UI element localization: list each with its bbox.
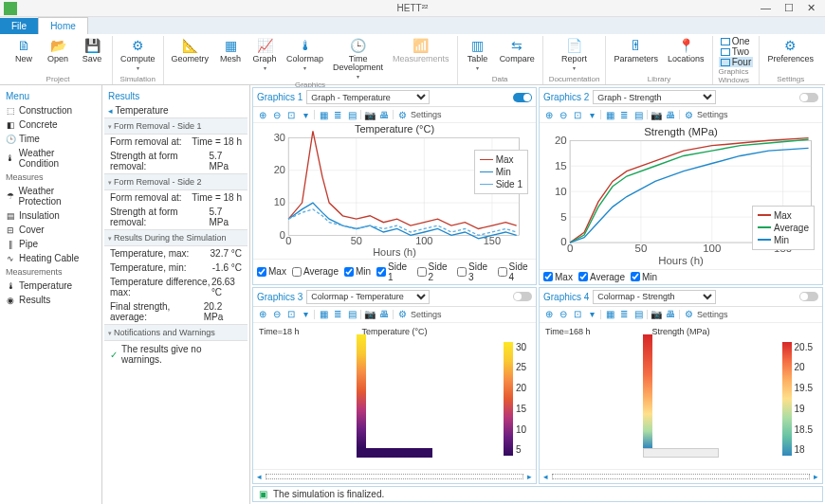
results-back-link[interactable]: ◂ Temperature <box>104 103 248 117</box>
graphics-3-plot[interactable]: Time=18 h Temperature (°C) 30252015105 <box>253 323 536 470</box>
tab-file[interactable]: File <box>0 18 38 34</box>
print-icon[interactable]: 🖶 <box>378 109 390 120</box>
zoom-dropdown-icon[interactable]: ▾ <box>586 109 597 120</box>
slider-next-icon[interactable]: ▸ <box>814 472 818 481</box>
section-notes[interactable]: Notifications and Warnings <box>104 324 248 341</box>
measurements-button[interactable]: 📶Measurements <box>391 36 451 64</box>
graphics-3-dropdown[interactable]: Colormap - Temperature <box>306 290 430 304</box>
graphics-1-toggle[interactable] <box>513 93 532 102</box>
window-close-button[interactable]: ✕ <box>807 2 816 14</box>
print-icon[interactable]: 🖶 <box>665 109 676 120</box>
camera-icon[interactable]: 📷 <box>364 109 376 120</box>
layers-icon[interactable]: ▤ <box>346 109 358 120</box>
zoom-dropdown-icon[interactable]: ▾ <box>300 309 311 320</box>
section-form-removal-1[interactable]: Form Removal - Side 1 <box>104 117 248 135</box>
slider-next-icon[interactable]: ▸ <box>527 472 532 481</box>
print-icon[interactable]: 🖶 <box>665 309 676 320</box>
settings-icon[interactable]: ⚙ <box>683 309 694 320</box>
menu-temperature[interactable]: 🌡Temperature <box>2 279 100 293</box>
menu-weather[interactable]: 🌡Weather Condition <box>2 146 100 171</box>
graphics-2-plot[interactable]: 05101520050100150Strength (MPa)Hours (h)… <box>540 123 822 269</box>
report-button[interactable]: 📄Report▾ <box>559 36 589 72</box>
list-icon[interactable]: ≣ <box>332 109 343 120</box>
check-side1[interactable]: Side 1 <box>376 261 411 282</box>
graphics-1-plot[interactable]: 0102030050100150Temperature (°C)Hours (h… <box>253 123 536 259</box>
graphics-4-toggle[interactable] <box>799 292 818 301</box>
graphics-2-dropdown[interactable]: Graph - Strength <box>593 90 716 104</box>
graphics-2-toggle[interactable] <box>799 93 818 102</box>
grid-icon[interactable]: ▦ <box>318 109 329 120</box>
new-button[interactable]: 🗎New <box>9 36 38 64</box>
settings-label[interactable]: Settings <box>411 110 442 119</box>
settings-icon[interactable]: ⚙ <box>396 109 408 120</box>
zoom-dropdown-icon[interactable]: ▾ <box>300 109 311 120</box>
settings-icon[interactable]: ⚙ <box>683 109 694 120</box>
gw-four-button[interactable]: Four <box>719 57 754 67</box>
mesh-button[interactable]: ▦Mesh <box>216 36 245 64</box>
zoom-reset-icon[interactable]: ⊡ <box>285 309 297 320</box>
graph-button[interactable]: 📈Graph▾ <box>250 36 279 72</box>
check-side3[interactable]: Side 3 <box>457 261 491 282</box>
zoom-out-icon[interactable]: ⊖ <box>558 109 569 120</box>
menu-insulation[interactable]: ▤Insulation <box>2 208 100 223</box>
compute-button[interactable]: ⚙Compute▾ <box>119 36 157 72</box>
graphics-3-toggle[interactable] <box>513 292 532 301</box>
check-min[interactable]: Min <box>344 266 371 277</box>
zoom-reset-icon[interactable]: ⊡ <box>285 109 297 120</box>
menu-time[interactable]: 🕒Time <box>2 132 100 146</box>
gw-one-button[interactable]: One <box>719 36 754 46</box>
check-min[interactable]: Min <box>631 272 657 282</box>
zoom-out-icon[interactable]: ⊖ <box>271 309 283 320</box>
compare-button[interactable]: ⇆Compare <box>498 36 537 64</box>
geometry-button[interactable]: 📐Geometry <box>170 36 211 64</box>
menu-results[interactable]: ◉Results <box>2 293 100 307</box>
check-average[interactable]: Average <box>578 272 625 282</box>
layers-icon[interactable]: ▤ <box>632 109 644 120</box>
layers-icon[interactable]: ▤ <box>632 309 644 320</box>
camera-icon[interactable]: 📷 <box>651 309 662 320</box>
layers-icon[interactable]: ▤ <box>346 309 358 320</box>
check-max[interactable]: Max <box>257 266 286 277</box>
zoom-in-icon[interactable]: ⊕ <box>257 109 268 120</box>
zoom-dropdown-icon[interactable]: ▾ <box>586 309 597 320</box>
locations-button[interactable]: 📍Locations <box>666 36 706 64</box>
zoom-in-icon[interactable]: ⊕ <box>543 309 555 320</box>
menu-concrete[interactable]: ◧Concrete <box>2 117 100 132</box>
graphics-3-slider[interactable]: ◂▸ <box>253 469 536 483</box>
zoom-reset-icon[interactable]: ⊡ <box>572 109 583 120</box>
camera-icon[interactable]: 📷 <box>364 309 376 320</box>
grid-icon[interactable]: ▦ <box>604 309 615 320</box>
check-max[interactable]: Max <box>543 272 573 282</box>
graphics-4-slider[interactable]: ◂▸ <box>540 469 822 483</box>
menu-construction[interactable]: ⬚Construction <box>2 103 100 117</box>
colormap-button[interactable]: 🌡Colormap▾ <box>284 36 325 72</box>
preferences-button[interactable]: ⚙Preferences <box>765 36 816 64</box>
settings-icon[interactable]: ⚙ <box>396 309 408 320</box>
grid-icon[interactable]: ▦ <box>604 109 615 120</box>
save-button[interactable]: 💾Save <box>78 36 106 64</box>
menu-cover[interactable]: ⊟Cover <box>2 223 100 237</box>
graphics-4-dropdown[interactable]: Colormap - Strength <box>593 290 716 304</box>
window-maximize-button[interactable]: ☐ <box>784 2 794 14</box>
section-results-sim[interactable]: Results During the Simulation <box>104 229 248 246</box>
graphics-4-plot[interactable]: Time=168 h Strength (MPa) 20.52019.51918… <box>540 323 822 470</box>
menu-weather-protection[interactable]: ☂Weather Protection <box>2 184 100 208</box>
slider-prev-icon[interactable]: ◂ <box>257 472 262 481</box>
print-icon[interactable]: 🖶 <box>378 309 390 320</box>
list-icon[interactable]: ≣ <box>332 309 343 320</box>
grid-icon[interactable]: ▦ <box>318 309 329 320</box>
check-side2[interactable]: Side 2 <box>417 261 451 282</box>
list-icon[interactable]: ≣ <box>618 309 630 320</box>
menu-heating-cable[interactable]: ∿Heating Cable <box>2 251 100 265</box>
check-side4[interactable]: Side 4 <box>498 261 532 282</box>
section-form-removal-2[interactable]: Form Removal - Side 2 <box>104 173 248 190</box>
zoom-out-icon[interactable]: ⊖ <box>271 109 283 120</box>
timedev-button[interactable]: 🕒Time Development▾ <box>331 36 385 81</box>
gw-two-button[interactable]: Two <box>719 46 754 57</box>
zoom-out-icon[interactable]: ⊖ <box>558 309 569 320</box>
zoom-in-icon[interactable]: ⊕ <box>257 309 268 320</box>
open-button[interactable]: 📂Open <box>44 36 72 64</box>
zoom-reset-icon[interactable]: ⊡ <box>572 309 583 320</box>
window-minimize-button[interactable]: — <box>761 2 771 14</box>
menu-pipe[interactable]: ‖Pipe <box>2 237 100 251</box>
